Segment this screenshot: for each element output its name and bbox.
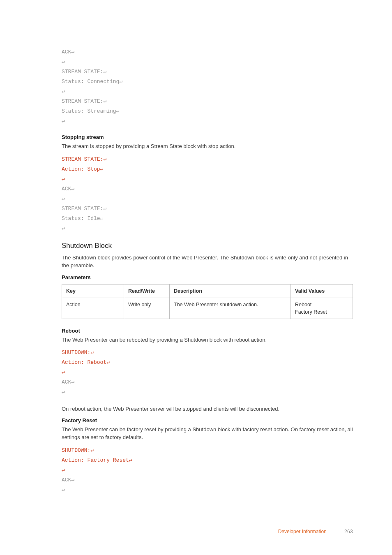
return-icon: ↵ [62,467,65,473]
return-icon: ↵ [103,156,106,162]
para-stopping-stream: The stream is stopped by providing a Str… [62,142,353,150]
td-desc: The Web Presenter shutdown action. [170,298,291,319]
code-block-factory-reset: SHUTDOWN:↵ Action: Factory Reset↵ ↵ ACK↵… [62,446,353,495]
valid-value: Reboot [295,302,311,308]
return-icon: ↵ [62,88,65,95]
return-icon: ↵ [119,79,122,85]
return-icon: ↵ [106,359,110,365]
return-icon: ↵ [90,447,94,453]
td-key: Action [62,298,124,319]
return-icon: ↵ [62,225,65,231]
return-icon: ↵ [62,176,65,182]
return-icon: ↵ [129,457,132,463]
valid-value: Factory Reset [295,309,327,315]
return-icon: ↵ [100,166,104,172]
footer-page-number: 263 [344,529,353,534]
code-block-reboot: SHUTDOWN:↵ Action: Reboot↵ ↵ ACK↵ ↵ [62,348,353,397]
return-icon: ↵ [71,477,74,483]
code-block-stream-status: ACK↵ ↵ STREAM STATE:↵ Status: Connecting… [62,47,353,126]
page-footer: Developer Information 263 [278,528,353,535]
table-row: Action Write only The Web Presenter shut… [62,298,353,319]
code-block-stop-stream: STREAM STATE:↵ Action: Stop↵ ↵ ACK↵ ↵ ST… [62,155,353,234]
return-icon: ↵ [62,59,65,65]
heading-parameters: Parameters [62,274,353,282]
heading-stopping-stream: Stopping stream [62,134,353,141]
para-factory-reset: The Web Presenter can be factory reset b… [62,426,353,442]
th-valid: Valid Values [291,284,353,298]
para-reboot-after: On reboot action, the Web Presenter serv… [62,405,353,413]
table-parameters: Key Read/Write Description Valid Values … [62,284,353,319]
heading-reboot: Reboot [62,327,353,335]
return-icon: ↵ [62,118,65,124]
return-icon: ↵ [103,69,106,75]
return-icon: ↵ [71,379,74,385]
return-icon: ↵ [90,349,94,356]
return-icon: ↵ [100,215,104,222]
return-icon: ↵ [62,487,65,493]
td-valid: Reboot Factory Reset [291,298,353,319]
para-reboot: The Web Presenter can be rebooted by pro… [62,336,353,344]
return-icon: ↵ [62,389,65,395]
return-icon: ↵ [71,186,74,192]
th-key: Key [62,284,124,298]
th-desc: Description [170,284,291,298]
return-icon: ↵ [116,108,120,114]
th-rw: Read/Write [124,284,170,298]
return-icon: ↵ [103,98,106,104]
return-icon: ↵ [62,196,65,202]
footer-section: Developer Information [278,529,327,534]
heading-factory-reset: Factory Reset [62,417,353,425]
td-rw: Write only [124,298,170,319]
heading-shutdown-block: Shutdown Block [62,241,353,251]
return-icon: ↵ [103,206,106,212]
return-icon: ↵ [62,369,65,375]
return-icon: ↵ [71,49,74,55]
table-header-row: Key Read/Write Description Valid Values [62,284,353,298]
para-shutdown-block: The Shutdown block provides power contro… [62,254,353,270]
page: ACK↵ ↵ STREAM STATE:↵ Status: Connecting… [0,0,392,555]
